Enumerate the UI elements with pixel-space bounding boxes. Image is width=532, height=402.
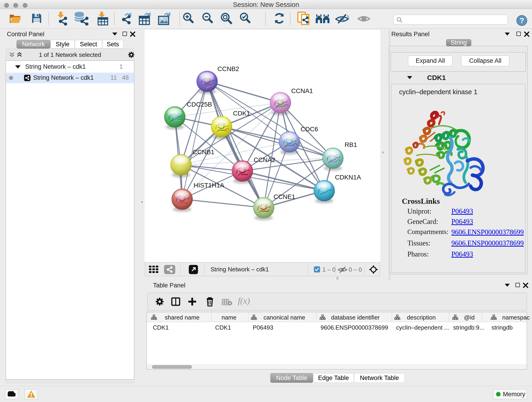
svg-text:CDKN1A: CDKN1A (335, 174, 361, 181)
svg-text:HIST1H1A: HIST1H1A (194, 182, 224, 189)
svg-text:CCNB1: CCNB1 (193, 148, 215, 156)
svg-text:CCNA1: CCNA1 (291, 87, 313, 95)
svg-text:CCNA2: CCNA2 (254, 156, 275, 163)
svg-text:CDC6: CDC6 (301, 126, 318, 133)
svg-text:CDK1: CDK1 (233, 110, 250, 117)
svg-text:CCNB2: CCNB2 (217, 65, 239, 72)
svg-text:CDC25B: CDC25B (187, 101, 212, 108)
svg-text:RB1: RB1 (345, 141, 357, 148)
svg-text:CCNE1: CCNE1 (273, 193, 295, 200)
